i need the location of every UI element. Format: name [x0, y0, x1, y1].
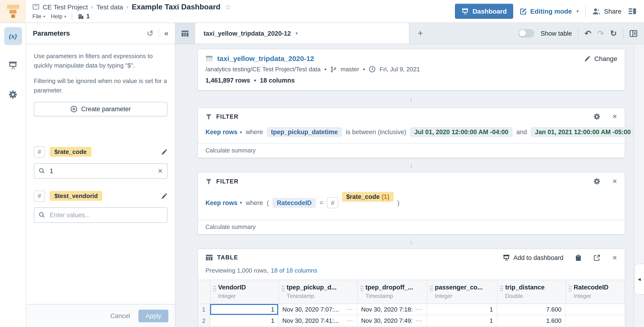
search-icon	[38, 212, 45, 218]
filter-column-chip[interactable]: tpep_pickup_datetime	[267, 127, 342, 137]
filter-operator[interactable]: =	[320, 199, 324, 206]
drag-handle-icon[interactable]	[360, 285, 364, 292]
gear-icon[interactable]	[593, 178, 600, 185]
graph-count-badge[interactable]: 1	[78, 13, 90, 20]
help-menu[interactable]: Help▾	[51, 13, 66, 20]
table-cell[interactable]: Nov 30, 2020 7:07:...•••	[278, 304, 358, 315]
sidebar-item-settings[interactable]	[4, 86, 22, 103]
breadcrumb-project[interactable]: CE Test Project	[43, 3, 88, 10]
right-panel-toggle-icon[interactable]	[628, 7, 636, 16]
table-cell[interactable]: 1	[210, 304, 278, 315]
sidebar-item-dashboard[interactable]	[4, 56, 22, 74]
table-row: 11Nov 30, 2020 7:07:...•••Nov 30, 2020 7…	[198, 304, 625, 315]
dataset-card: taxi_yellow_tripdata_2020-12 Change /ana…	[198, 49, 625, 90]
drag-handle-icon[interactable]	[213, 285, 216, 292]
table-cell[interactable]: 7.600	[497, 304, 566, 315]
numeric-type-icon: #	[327, 197, 338, 208]
breadcrumb-folder[interactable]: Test data	[96, 3, 123, 10]
add-to-dashboard-button[interactable]: Add to dashboard	[502, 254, 563, 261]
drag-handle-icon[interactable]	[430, 285, 433, 292]
file-menu[interactable]: File▾	[32, 13, 45, 20]
parameter-rate-code: # $rate_code ✕	[34, 146, 168, 178]
rate-code-value-input[interactable]	[49, 167, 154, 175]
change-dataset-button[interactable]: Change	[584, 55, 617, 62]
undo-icon[interactable]: ↶	[585, 29, 592, 37]
editing-mode-dropdown[interactable]: Editing mode ▾	[520, 8, 578, 15]
sidebar-item-parameters[interactable]: (x)	[4, 27, 22, 45]
share-button[interactable]: Share	[592, 7, 622, 15]
expand-columns-tab[interactable]: ◀	[634, 264, 644, 295]
favorite-star-icon[interactable]: ☆	[225, 2, 231, 11]
parameter-chip[interactable]: $rate_code	[50, 147, 91, 157]
edit-parameter-icon[interactable]	[161, 148, 168, 155]
column-header[interactable]: VendorIDInteger	[210, 280, 279, 304]
dashboard-button[interactable]: Dashboard	[455, 4, 513, 19]
table-cell[interactable]: 1	[427, 304, 497, 315]
copy-clipboard-icon[interactable]	[575, 254, 582, 261]
edit-mode-icon	[520, 8, 527, 15]
filter-column-chip[interactable]: RatecodeID	[272, 198, 316, 208]
numeric-type-icon: #	[34, 190, 45, 202]
add-board-button[interactable]: +	[410, 23, 431, 44]
drag-handle-icon[interactable]	[568, 285, 572, 292]
table-cell[interactable]	[566, 315, 625, 326]
close-icon[interactable]: ✕	[612, 254, 617, 261]
table-cell[interactable]: 1	[210, 315, 278, 326]
column-header[interactable]: tpep_pickup_d...Timestamp	[279, 280, 358, 304]
calculate-summary-link[interactable]: Calculate summary	[198, 143, 625, 158]
topbar-actions: Dashboard Editing mode ▾ Share	[455, 0, 644, 22]
dataset-title-link[interactable]: taxi_yellow_tripdata_2020-12	[217, 54, 314, 62]
easel-icon	[462, 8, 469, 15]
boards-list-icon[interactable]	[176, 23, 195, 44]
apply-button[interactable]: Apply	[138, 310, 168, 322]
edit-parameter-icon[interactable]	[161, 192, 168, 199]
column-header[interactable]: trip_distanceDouble	[498, 280, 566, 304]
filter-operator[interactable]: is between (inclusive)	[346, 128, 406, 136]
table-cell[interactable]: 1	[427, 315, 497, 326]
redo-icon[interactable]: ↷	[597, 29, 604, 37]
test-vendorid-value-input[interactable]	[49, 211, 163, 219]
columns-count-link[interactable]: 18 of 18 columns	[271, 267, 317, 274]
column-header[interactable]: tpep_dropoff_...Timestamp	[358, 280, 427, 304]
keep-rows-dropdown[interactable]: Keep rows▾	[206, 128, 242, 136]
column-name: tpep_pickup_d...	[286, 284, 336, 291]
parameter-reference-chip[interactable]: $rate_code(1)	[342, 192, 394, 202]
column-type: Integer	[574, 293, 608, 299]
table-cell[interactable]: 1.600	[497, 315, 566, 326]
table-cell[interactable]: Nov 30, 2020 7:18:...•••	[358, 304, 427, 315]
app-logo[interactable]	[0, 0, 26, 22]
table-cell[interactable]: Nov 30, 2020 7:41:...•••	[278, 315, 358, 326]
cancel-button[interactable]: Cancel	[110, 312, 130, 319]
create-parameter-button[interactable]: Create parameter	[34, 102, 168, 116]
grid-corner-cell	[198, 280, 210, 304]
divider	[72, 13, 72, 20]
tab-strip: taxi_yellow_tripdata_2020-12 ▾ + Show ta…	[176, 23, 644, 44]
caret-down-icon: ▾	[240, 200, 242, 205]
table-cell[interactable]: Nov 30, 2020 7:49:...•••	[358, 315, 427, 326]
filter-funnel-icon	[206, 113, 212, 120]
filter-end-date-chip[interactable]: Jan 01, 2021 12:00:00 AM -05:00	[531, 127, 635, 137]
clear-value-icon[interactable]: ✕	[158, 167, 163, 174]
close-icon[interactable]: ✕	[612, 113, 617, 120]
column-header[interactable]: passenger_co...Integer	[427, 280, 498, 304]
filter-start-date-chip[interactable]: Jul 01, 2020 12:00:00 AM -04:00	[410, 127, 512, 137]
table-cell[interactable]	[566, 304, 625, 315]
drag-handle-icon[interactable]	[500, 285, 503, 292]
column-header[interactable]: RatecodeIDInteger	[566, 280, 625, 304]
refresh-icon[interactable]: ↻	[610, 29, 617, 37]
tab-taxi-yellow-tripdata[interactable]: taxi_yellow_tripdata_2020-12 ▾	[195, 23, 410, 44]
gear-icon[interactable]	[593, 113, 600, 120]
calculate-summary-link[interactable]: Calculate summary	[198, 220, 625, 234]
parameters-header: Parameters ↺ «	[26, 23, 175, 44]
open-in-new-icon[interactable]	[593, 254, 600, 261]
dataset-branch[interactable]: master	[340, 66, 359, 73]
parameter-chip[interactable]: $test_vendorid	[50, 191, 102, 201]
keep-rows-dropdown[interactable]: Keep rows▾	[206, 199, 242, 206]
drag-handle-icon[interactable]	[282, 285, 285, 292]
overflow-dots-icon: •••	[413, 318, 422, 323]
close-icon[interactable]: ✕	[612, 178, 617, 185]
side-panel-icon[interactable]	[630, 29, 638, 37]
reset-parameters-icon[interactable]: ↺	[147, 28, 154, 38]
collapse-panel-icon[interactable]: «	[164, 29, 168, 38]
show-table-toggle[interactable]	[518, 29, 534, 38]
